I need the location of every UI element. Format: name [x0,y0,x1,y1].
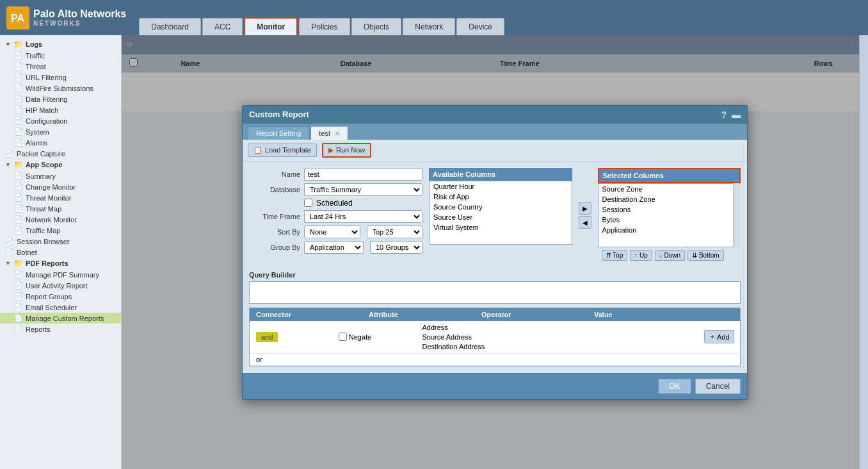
attr-source-address[interactable]: Source Address [421,333,536,341]
negate-check-0[interactable] [339,333,347,341]
connector-cell-1: or [253,356,344,363]
query-expression-box [249,281,741,304]
col-item-source-user[interactable]: Source User [430,212,572,222]
nav-tab-device[interactable]: Device [456,18,504,35]
item-icon: 📄 [14,106,23,114]
nav-tab-acc[interactable]: ACC [202,18,243,35]
groupby2-select[interactable]: 10 Groups 5 Groups [370,241,422,254]
help-icon[interactable]: ? [721,110,727,120]
nav-tab-objects[interactable]: Objects [351,18,402,35]
attr-dest-address[interactable]: Destination Address [421,342,536,351]
nav-tab-network[interactable]: Network [403,18,455,35]
col-item-virtual-system[interactable]: Virtual System [430,222,572,233]
selected-col-sessions[interactable]: Sessions [599,204,734,215]
selected-col-scrollbar[interactable] [733,183,741,247]
selected-col-bytes[interactable]: Bytes [599,215,734,225]
qcol-operator: Operator [479,311,591,318]
attr-address[interactable]: Address [421,323,536,332]
timeframe-select[interactable]: Last 24 Hrs Last 7 Days [304,210,422,223]
selected-col-application[interactable]: Application [599,225,734,235]
tab-close-icon[interactable]: ✕ [335,130,340,137]
sidebar-item-wildfire-submissions[interactable]: 📄WildFire Submissions [0,83,121,94]
add-row-button[interactable]: ＋ Add [704,330,734,343]
col-item-quarter-hour[interactable]: Quarter Hour [430,181,572,192]
scheduled-checkbox[interactable] [304,199,312,207]
sidebar-item-threat[interactable]: 📄Threat [0,61,121,72]
tab-test[interactable]: test ✕ [310,126,348,140]
bottom-button[interactable]: ⇊ Bottom [687,250,723,261]
sidebar-item-url-filtering[interactable]: 📄URL Filtering [0,72,121,83]
sidebar-item-network-monitor[interactable]: 📄Network Monitor [0,214,121,225]
sidebar-item-user-activity-report[interactable]: 📄User Activity Report [0,280,121,291]
add-column-button[interactable]: ▶ [579,202,591,215]
sidebar-item-manage-pdf-summary[interactable]: 📄Manage PDF Summary [0,269,121,280]
sidebar-item-hip-match[interactable]: 📄HIP Match [0,104,121,115]
available-columns-list[interactable]: Quarter Hour Risk of App Source Country … [429,181,572,245]
selected-columns-list[interactable]: Source Zone Destination Zone Sessions By… [598,183,734,247]
expander-icon[interactable]: ▼ [5,41,11,47]
sidebar-item-session-browser[interactable]: 📄Session Browser [0,236,121,247]
sidebar-item-threat-map[interactable]: 📄Threat Map [0,203,121,214]
sidebar-item-app-scope[interactable]: ▼📁App Scope [0,159,121,170]
sidebar-item-packet-capture[interactable]: 📄Packet Capture [0,148,121,159]
run-now-button[interactable]: ▶ Run Now [322,143,371,158]
sidebar-item-email-scheduler[interactable]: 📄Email Scheduler [0,302,121,313]
expander-icon[interactable]: ▼ [5,161,11,168]
database-select[interactable]: Traffic Summary Threat Summary [304,183,422,196]
sidebar-item-alarms[interactable]: 📄Alarms [0,137,121,148]
sidebar-item-pdf-reports[interactable]: ▼📁PDF Reports [0,258,121,269]
tab-report-setting[interactable]: Report Setting [248,126,309,140]
sidebar-item-logs[interactable]: ▼📁Logs [0,38,121,50]
nav-tab-monitor[interactable]: Monitor [244,17,298,35]
up-button[interactable]: ↑ Up [630,250,652,261]
sidebar-item-traffic-map[interactable]: 📄Traffic Map [0,225,121,236]
groupby-select[interactable]: Application Source Zone [304,241,364,254]
nav-tab-policies[interactable]: Policies [299,18,350,35]
sidebar-item-threat-monitor[interactable]: 📄Threat Monitor [0,192,121,203]
cancel-button[interactable]: Cancel [695,379,741,394]
sidebar-item-traffic[interactable]: 📄Traffic [0,50,121,61]
modal-title-right: ? ▬ [721,110,741,120]
sidebar-item-reports[interactable]: 📄Reports [0,324,121,334]
modal-body: Name Database Traffic Summary Threat Sum… [243,161,747,373]
sidebar-item-summary[interactable]: 📄Summary [0,170,121,181]
col-item-risk-of-app[interactable]: Risk of App [430,192,572,202]
selected-col-dest-zone[interactable]: Destination Zone [599,194,734,204]
sidebar-label: Session Browser [17,238,70,245]
sidebar-item-manage-custom-reports[interactable]: 📄Manage Custom Reports [0,313,121,324]
selected-columns-container: Source Zone Destination Zone Sessions By… [598,183,741,247]
ok-button[interactable]: OK [658,379,691,394]
sidebar-item-botnet[interactable]: 📄Botnet [0,247,121,258]
sidebar-item-configuration[interactable]: 📄Configuration [0,115,121,126]
sidebar-label: Packet Capture [17,150,65,158]
form-row-name: Name [249,168,422,181]
sidebar-item-system[interactable]: 📄System [0,126,121,137]
expander-icon[interactable]: ▼ [5,260,11,267]
top-button[interactable]: ⇈ Top [602,250,628,261]
sortby-select[interactable]: None Ascending [304,226,360,238]
sortby2-select[interactable]: Top 25 Top 50 [367,226,423,238]
sidebar-item-data-filtering[interactable]: 📄Data Filtering [0,94,121,104]
name-input[interactable] [304,168,422,181]
load-icon: 📋 [253,146,262,154]
attr-scrollbar[interactable] [859,35,868,469]
remove-column-button[interactable]: ◀ [579,216,591,229]
item-icon: 📄 [5,237,14,245]
nav-tab-dashboard[interactable]: Dashboard [139,18,201,35]
timeframe-label: Time Frame [249,213,300,220]
name-label: Name [249,170,300,178]
connector-value-0[interactable]: and [256,332,278,342]
sidebar-item-report-groups[interactable]: 📄Report Groups [0,291,121,302]
down-button[interactable]: ↓ Down [655,250,685,261]
item-icon: 📄 [14,215,23,224]
sidebar-item-change-monitor[interactable]: 📄Change Monitor [0,181,121,192]
col-item-source-country[interactable]: Source Country [430,202,572,212]
expand-icon[interactable]: ▬ [732,110,741,120]
load-template-button[interactable]: 📋 Load Template [248,144,317,157]
selected-col-source-zone[interactable]: Source Zone [599,184,734,194]
query-table: Connector Attribute Operator Value and [249,308,741,366]
query-table-header: Connector Attribute Operator Value [250,308,740,321]
sidebar-label: Data Filtering [26,95,67,103]
item-icon: 📄 [14,314,23,322]
connector-value-1[interactable]: or [256,356,262,363]
